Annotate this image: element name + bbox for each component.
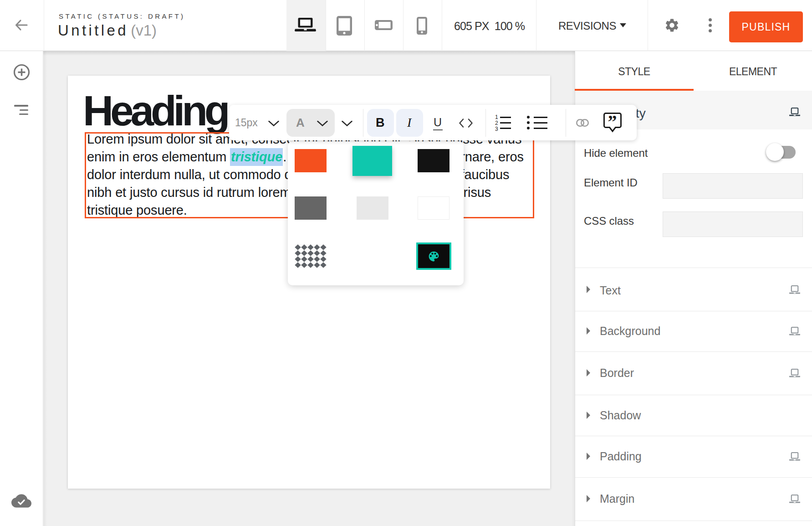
svg-text:”: ”: [608, 112, 617, 132]
